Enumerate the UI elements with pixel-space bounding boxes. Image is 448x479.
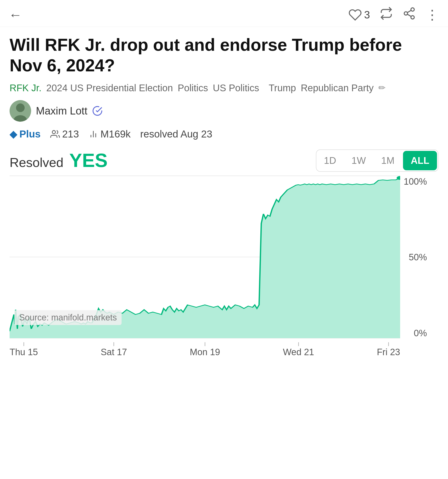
plus-label: Plus	[19, 128, 41, 140]
avatar	[10, 100, 31, 122]
x-label-wed21: Wed 21	[283, 342, 314, 357]
chart-area: Source: manifold.markets	[10, 176, 400, 339]
x-label-mon19: Mon 19	[190, 342, 220, 357]
x-label-fri23: Fri 23	[377, 342, 400, 357]
top-bar-left: ←	[9, 8, 22, 21]
svg-point-8	[52, 131, 55, 134]
resolution-display: Resolved YES	[10, 149, 108, 172]
avatar-image	[10, 100, 31, 122]
like-count: 3	[364, 9, 370, 21]
y-axis-labels: 100% 50% 0%	[400, 176, 429, 339]
tag-politics[interactable]: Politics	[178, 83, 208, 93]
svg-point-1	[404, 12, 408, 15]
volume-stat: M169k	[89, 128, 131, 140]
author-row: Maxim Lott	[10, 100, 438, 122]
y-label-50: 50%	[409, 252, 427, 262]
like-button[interactable]: 3	[348, 8, 370, 21]
verified-icon	[92, 106, 103, 116]
participants-icon	[50, 129, 60, 139]
volume-value: M169k	[101, 128, 131, 140]
resolved-row: Resolved YES 1D 1W 1M ALL	[10, 149, 438, 172]
y-label-0: 0%	[414, 328, 427, 339]
share-icon	[403, 7, 416, 20]
tag-uspolitics[interactable]: US Politics	[213, 83, 259, 93]
x-label-thu15: Thu 15	[10, 342, 38, 357]
avatar-svg	[10, 100, 31, 122]
time-btn-all[interactable]: ALL	[403, 151, 437, 170]
time-btn-1m[interactable]: 1M	[374, 151, 402, 170]
retweet-button[interactable]	[380, 7, 393, 23]
tag-trump[interactable]: Trump	[269, 83, 296, 93]
y-label-100: 100%	[404, 177, 427, 187]
resolved-value: YES	[69, 150, 108, 171]
svg-point-6	[16, 103, 25, 112]
time-btn-1w[interactable]: 1W	[344, 151, 374, 170]
edit-tags-button[interactable]: ✏	[378, 83, 386, 93]
svg-line-3	[407, 14, 411, 17]
x-axis-labels: Thu 15 Sat 17 Mon 19 Wed 21 Fri 23	[10, 339, 400, 362]
svg-point-0	[411, 8, 414, 11]
time-btn-1d[interactable]: 1D	[316, 151, 344, 170]
source-label: Source: manifold.markets	[14, 310, 122, 325]
more-button[interactable]: ⋮	[426, 7, 439, 22]
resolved-stat: resolved Aug 23	[140, 128, 212, 140]
resolved-label: Resolved	[10, 155, 63, 170]
stats-row: ◆ Plus 213 M169k resolved Aug 23	[10, 128, 438, 140]
top-bar-right: 3 ⋮	[348, 7, 439, 23]
tag-republican[interactable]: Republican Party	[301, 83, 374, 93]
volume-icon	[89, 129, 98, 139]
retweet-icon	[380, 7, 393, 20]
time-selector: 1D 1W 1M ALL	[316, 149, 438, 172]
participants-value: 213	[62, 128, 79, 140]
x-label-sat17: Sat 17	[101, 342, 127, 357]
back-button[interactable]: ←	[9, 8, 22, 21]
plus-diamond-icon: ◆	[10, 129, 17, 140]
question-title: Will RFK Jr. drop out and endorse Trump …	[10, 34, 438, 76]
heart-icon	[348, 8, 362, 21]
share-button[interactable]	[403, 7, 416, 23]
plus-badge: ◆ Plus	[10, 128, 41, 140]
author-name: Maxim Lott	[36, 105, 87, 117]
main-content: Will RFK Jr. drop out and endorse Trump …	[0, 27, 448, 362]
participants-stat: 213	[50, 128, 79, 140]
resolved-date: resolved Aug 23	[140, 128, 212, 140]
svg-point-2	[411, 16, 414, 19]
chart-container: Source: manifold.markets 100% 50% 0% Thu…	[10, 176, 438, 362]
svg-line-4	[407, 10, 411, 13]
tag-election[interactable]: 2024 US Presidential Election	[46, 83, 173, 93]
top-bar: ← 3 ⋮	[0, 0, 448, 27]
tag-rfk[interactable]: RFK Jr.	[10, 83, 41, 93]
tags-row: RFK Jr. 2024 US Presidential Election Po…	[10, 83, 438, 93]
